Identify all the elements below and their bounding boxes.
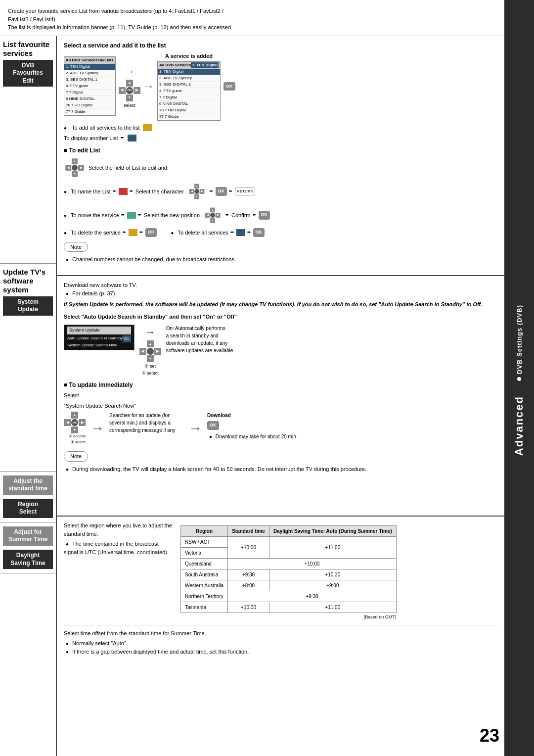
blue-btn-display <box>128 135 136 142</box>
service-added-label: A service is added <box>157 52 221 60</box>
adjust-summer-label: Adjust for Summer Time <box>3 526 53 546</box>
update-controller-area: ▲ ◀ OK ▶ ▼ ② access <box>64 412 86 445</box>
based-on-gmt: (Based on GMT) <box>180 614 397 621</box>
ok-btn-delete[interactable]: OK <box>145 228 157 237</box>
left-labels: List favourite services DVB Favourites E… <box>0 36 57 756</box>
table-row: NSW / ACT +10:00 +11:00 <box>181 537 397 548</box>
table-row: Western Australia +8:00 +9:00 <box>181 580 397 591</box>
daylight-desc3: If there is a gap between displayed time… <box>64 648 497 656</box>
edit-list-section: ■ To edit List ▲ ◀ ▶ ▼ <box>64 146 497 264</box>
list-fav-label-section: List favourite services DVB Favourites E… <box>0 36 56 264</box>
note-label-2: Note <box>64 451 88 462</box>
delete-service-row: To delete the service ➨ ➨ OK To delete a… <box>64 228 497 237</box>
add-all-services-row: To add all services to the list <box>64 124 235 132</box>
download-label: Download <box>207 412 297 419</box>
update-desc2: For details (p. 37) <box>64 289 497 298</box>
list-fav-content: Select a service and add it to the list … <box>57 36 504 277</box>
select-auto-heading: Select "Auto Update Search in Standby" a… <box>64 313 497 321</box>
ok-button-1[interactable]: OK <box>223 82 235 91</box>
to-edit-list-heading: ■ To edit List <box>64 146 497 155</box>
to-move-service-label: To move the service <box>71 211 119 220</box>
daylight-desc2: Normally select "Auto". <box>64 639 497 648</box>
update-tv-box: System Update <box>3 296 53 316</box>
adjust-time-label-section: Adjust the standard time Region Select <box>0 472 56 522</box>
auto-update-diagram: System Update Auto Update Search in Stan… <box>64 325 497 377</box>
download-note: Download may take for about 20 min. <box>207 433 297 440</box>
download-area: Download OK Download may take for about … <box>207 412 297 440</box>
dpad-icon: ▲ ◀ OK ▶ ▼ <box>119 80 140 101</box>
update-dpad-area: → ▲ ◀ ▶ ▼ <box>139 325 161 377</box>
ok-btn-download[interactable]: OK <box>207 421 219 430</box>
daylight-label-section: Adjust for Summer Time Daylight Saving T… <box>0 522 56 573</box>
region-select-box: Region Select <box>3 499 53 518</box>
sidebar-advanced-text: Advanced <box>513 396 526 456</box>
region-desc2: The time contained in the broadcast sign… <box>64 540 173 556</box>
region-desc-area: Select the region where you live to adju… <box>64 521 173 621</box>
region-section-row: Select the region where you live to adju… <box>64 521 497 621</box>
note-text-2: During downloading, the TV will display … <box>72 466 366 472</box>
name-list-row: To name the List ➨ ➨ Select the characte… <box>64 181 497 202</box>
time-content: Select the region where you live to adju… <box>57 517 504 756</box>
move-service-row: To move the service ➨ ➨ Select the new p… <box>64 204 497 226</box>
update-imm-arrow-icon: → <box>90 418 104 439</box>
list-fav-title: List favourite services <box>3 40 53 58</box>
display-another-list-row: To display another List ➨ <box>64 134 235 142</box>
system-update-search-label: "System Update Search Now" <box>64 402 497 410</box>
searches-desc: Searches for an update (for several min.… <box>109 412 183 434</box>
red-btn-name <box>119 188 128 195</box>
top-description: Create your favourite service List from … <box>0 0 504 36</box>
select-character-label: Select the character <box>135 188 184 196</box>
select-service-diagram: Select a service and add it to the list … <box>64 41 497 142</box>
update-tv-title: Update TV's software system <box>3 268 53 294</box>
note-2: Note During downloading, the TV will dis… <box>64 449 497 473</box>
ok-btn-delete-all[interactable]: OK <box>253 228 265 237</box>
yellow-btn-delete <box>129 229 137 236</box>
blue-btn-delete-all <box>236 229 245 236</box>
page-wrapper: Create your favourite service List from … <box>0 0 534 756</box>
right-content: Select a service and add it to the list … <box>57 36 504 756</box>
update-immediately-diagram: ▲ ◀ OK ▶ ▼ ② access <box>64 412 497 445</box>
right-sidebar: DVB Settings (DVB) Advanced <box>504 0 534 756</box>
select-service-heading: Select a service and add it to the list <box>64 41 235 50</box>
region-desc1: Select the region where you live to adju… <box>64 521 173 538</box>
ok-btn-name[interactable]: OK <box>216 187 227 196</box>
note-label-1: Note <box>64 242 88 252</box>
sidebar-dvb-text: DVB Settings (DVB) <box>516 300 523 386</box>
yellow-btn-add <box>143 124 152 131</box>
update-desc1: Download new software to TV. <box>64 281 497 289</box>
main-content: Create your favourite service List from … <box>0 0 504 756</box>
select-field-label: Select the field of List to edit and: <box>89 164 169 172</box>
update-tv-content: Download new software to TV. For details… <box>57 276 504 517</box>
select-new-position-label: Select the new position <box>144 211 200 220</box>
to-delete-service-label: To delete the service <box>71 229 121 237</box>
fav-list-box-right: All DVB Services 1. TEN Digital 1. TEN D… <box>157 61 221 121</box>
table-row: Northern Territory +9:30 <box>181 591 397 602</box>
select-heading-area: Select a service and add it to the list … <box>64 41 235 142</box>
content-body: List favourite services DVB Favourites E… <box>0 36 504 756</box>
arrow-dpad-area: → ▲ ◀ OK ▶ <box>119 64 140 109</box>
table-row: South Australia +9:30 +10:30 <box>181 569 397 580</box>
update-warning: If System Update is performed, the softw… <box>64 300 497 309</box>
confirm-label: Confirm <box>231 211 251 220</box>
update-imm-dpad-icon: ▲ ◀ OK ▶ ▼ <box>64 412 86 433</box>
ok-btn-move[interactable]: OK <box>259 211 270 220</box>
table-col-standard: Standard time <box>228 526 269 537</box>
note-1: Note Channel numbers cannot be changed, … <box>64 240 497 264</box>
daylight-saving-box: Daylight Saving Time <box>3 550 53 569</box>
update-arrow-icon: → <box>145 325 155 339</box>
table-row: Queensland +10:00 <box>181 559 397 569</box>
time-table: Region Standard time Daylight Saving Tim… <box>180 525 397 613</box>
arrow-right-2-icon: → <box>143 78 154 94</box>
edit-dpad-row: ▲ ◀ ▶ ▼ Select the field of List to edit… <box>64 157 497 179</box>
return-label: RETURN <box>235 188 255 195</box>
page-number: 23 <box>480 725 499 746</box>
adjust-time-label: Adjust the standard time <box>3 475 53 495</box>
select-label: select <box>124 102 135 109</box>
note-text-1: Channel numbers cannot be changed, due t… <box>72 256 236 262</box>
fav-diagram-row: All DVB Services FavList1 1. TEN Digital… <box>64 52 235 121</box>
update-tv-label-section: Update TV's software system System Updat… <box>0 264 56 472</box>
update-imm-arrow2-icon: → <box>188 418 202 439</box>
to-name-list-label: To name the List <box>71 188 111 196</box>
update-immediately-section: ■ To update immediately Select "System U… <box>64 380 497 473</box>
update-dpad-icon: ▲ ◀ ▶ ▼ <box>139 340 161 362</box>
